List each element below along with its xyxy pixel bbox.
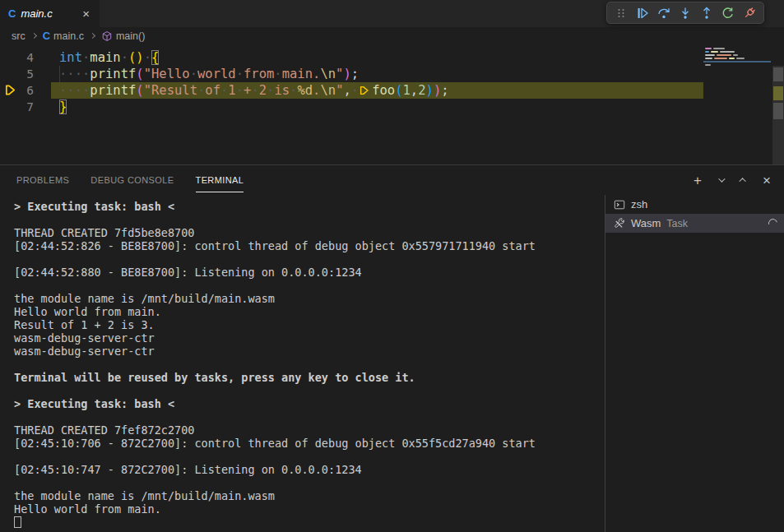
editor-line-5[interactable]: 5····printf("Hello·world·from·main.\n"); (0, 66, 703, 82)
overview-ruler-mark (773, 103, 783, 119)
gutter-line-number[interactable]: 5 (0, 66, 51, 82)
editor-scrollbar[interactable] (772, 44, 784, 164)
terminal-line: Hello world from main. (14, 305, 605, 318)
terminal-line: [02:45:10:747 - 872C2700]: Listening on … (14, 463, 605, 476)
terminal-line: Hello world from main. (14, 502, 605, 516)
bottom-panel: PROBLEMSDEBUG CONSOLETERMINAL + × > Exec… (0, 164, 784, 532)
terminal-line: the module name is /mnt/build/main.wasm (14, 489, 605, 502)
breadcrumb-item-main-c[interactable]: Cmain.c (43, 30, 84, 42)
breadcrumb-label: main.c (53, 30, 84, 42)
terminal-line (14, 384, 605, 397)
plus-icon: + (694, 173, 702, 187)
terminal-item-label: Wasm (631, 217, 661, 229)
terminal-profile-dropdown[interactable] (712, 171, 730, 189)
panel-header: PROBLEMSDEBUG CONSOLETERMINAL + × (0, 165, 784, 195)
terminal-line: the module name is /mnt/build/main.wasm (14, 292, 605, 305)
terminal-line: [02:44:52:880 - BE8E8700]: Listening on … (14, 266, 605, 279)
editor-line-4[interactable]: 4int·main·()·{ (0, 49, 703, 66)
terminal-line (14, 279, 605, 292)
terminal-cursor (14, 516, 21, 528)
close-panel-button[interactable]: × (758, 171, 776, 189)
symbol-method-icon (101, 30, 113, 42)
debug-toolbar-drag-handle[interactable] (611, 3, 631, 23)
debug-restart-icon[interactable] (718, 3, 738, 23)
c-file-icon: C (43, 30, 50, 42)
terminal-line (14, 410, 605, 423)
terminal-output[interactable]: > Executing task: bash < THREAD CREATED … (0, 195, 605, 532)
breadcrumb-item-src[interactable]: src (12, 30, 26, 42)
terminal-list-item-wasm[interactable]: WasmTask (605, 214, 784, 233)
vscode-window: C main.c × (0, 0, 784, 532)
inline-execution-pointer-icon (359, 83, 372, 98)
terminal-icon (614, 199, 625, 210)
panel-actions: + × (689, 165, 776, 195)
terminal-tabs-list: zshWasmTask (605, 195, 784, 532)
breadcrumb-separator-icon (31, 33, 37, 39)
new-terminal-button[interactable]: + (689, 171, 707, 189)
debug-step-into-icon[interactable] (675, 3, 695, 23)
terminal-line: Result of 1 + 2 is 3. (14, 318, 605, 331)
editor-line-6[interactable]: 6····printf("Result·of·1·+·2·is·%d.\n",·… (0, 82, 703, 99)
tools-icon (614, 218, 625, 229)
tab-close-icon[interactable]: × (81, 7, 91, 20)
terminal-line (14, 358, 605, 371)
overview-ruler-mark (773, 86, 783, 100)
terminal-icon (614, 199, 625, 210)
terminal-line (14, 213, 605, 226)
chevron-up-icon (739, 178, 745, 184)
chevron-down-icon (718, 175, 725, 182)
terminal-line: [02:44:52:826 - BE8E8700]: control threa… (14, 239, 605, 252)
code-line-content[interactable]: ····printf("Result·of·1·+·2·is·%d.\n",·f… (51, 82, 703, 99)
terminal-line (14, 252, 605, 266)
debug-step-over-icon[interactable] (654, 3, 674, 23)
tools-icon (614, 218, 625, 229)
terminal-line: THREAD CREATED 7fef872c2700 (14, 423, 605, 437)
terminal-line (14, 450, 605, 463)
terminal-line: wasm-debug-server-ctr (14, 345, 605, 358)
code-line-content[interactable]: } (51, 99, 703, 115)
terminal-line: wasm-debug-server-ctr (14, 331, 605, 345)
editor-line-7[interactable]: 7} (0, 99, 703, 115)
terminal-line: > Executing task: bash < (14, 397, 605, 410)
overview-ruler-mark (773, 67, 783, 81)
terminal-line: THREAD CREATED 7fd5be8e8700 (14, 226, 605, 239)
tab-main-c[interactable]: C main.c × (0, 0, 100, 27)
panel-body: > Executing task: bash < THREAD CREATED … (0, 195, 784, 532)
gutter-line-number[interactable]: 7 (0, 99, 51, 115)
terminal-line (14, 476, 605, 489)
breadcrumb-label: src (12, 30, 26, 42)
debug-execution-pointer-icon (4, 84, 16, 100)
terminal-item-type: Task (666, 218, 688, 229)
close-icon: × (763, 173, 771, 187)
panel-tab-terminal[interactable]: TERMINAL (196, 165, 244, 195)
minimap[interactable] (703, 44, 772, 164)
panel-tab-debug-console[interactable]: DEBUG CONSOLE (90, 165, 174, 195)
breadcrumb-item-main--[interactable]: main() (101, 30, 145, 42)
breadcrumb-label: main() (116, 30, 145, 42)
task-spinner-icon (767, 217, 779, 229)
code-editor[interactable]: 4int·main·()·{5····printf("Hello·world·f… (0, 44, 784, 164)
terminal-line: Terminal will be reused by tasks, press … (14, 371, 605, 384)
editor-tab-bar: C main.c × (0, 0, 784, 27)
breadcrumb-separator-icon (90, 33, 95, 39)
code-line-content[interactable]: ····printf("Hello·world·from·main.\n"); (51, 66, 703, 82)
c-file-icon: C (8, 7, 16, 20)
code-line-content[interactable]: int·main·()·{ (51, 49, 703, 66)
gutter-line-number[interactable]: 4 (0, 49, 51, 66)
breadcrumb: srcCmain.cmain() (0, 27, 784, 44)
terminal-line: > Executing task: bash < (14, 200, 605, 213)
debug-disconnect-icon[interactable] (740, 3, 759, 23)
panel-tab-problems[interactable]: PROBLEMS (16, 165, 69, 195)
tab-label: main.c (21, 7, 76, 20)
debug-toolbar (606, 2, 764, 24)
maximize-panel-button[interactable] (735, 171, 753, 189)
terminal-list-item-zsh[interactable]: zsh (605, 195, 784, 214)
gutter-line-number[interactable]: 6 (0, 82, 51, 99)
debug-step-out-icon[interactable] (697, 3, 717, 23)
terminal-item-label: zsh (631, 198, 647, 210)
debug-continue-icon[interactable] (633, 3, 652, 23)
terminal-line: [02:45:10:706 - 872C2700]: control threa… (14, 437, 605, 450)
